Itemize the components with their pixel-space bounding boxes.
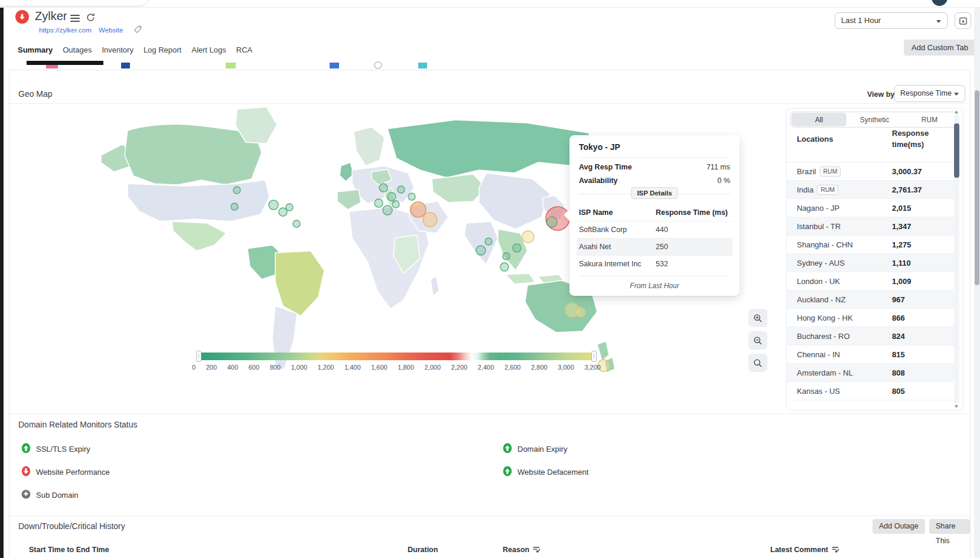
map-bubble-green[interactable] [476, 246, 486, 255]
isp-name: SoftBank Corp [579, 226, 656, 234]
column-label: Latest Comment [770, 543, 828, 557]
map-bubble-green[interactable] [383, 205, 392, 215]
page-scrollbar[interactable] [974, 8, 980, 558]
isp-response-time: 250 [656, 243, 730, 251]
map-bubble-green[interactable] [513, 244, 521, 252]
map-bubble-green[interactable] [392, 201, 399, 208]
tab-log-report[interactable]: Log Report [144, 45, 181, 57]
zoom-reset-icon[interactable] [748, 354, 767, 372]
page-scrollbar-thumb[interactable] [975, 90, 979, 285]
scrollbar-track[interactable] [954, 115, 959, 403]
location-row-kansas-us[interactable]: Kansas - US805 [787, 382, 956, 400]
refresh-icon[interactable] [86, 12, 96, 23]
location-row-nagano-jp[interactable]: Nagano - JP2,015 [787, 199, 956, 217]
location-row-chennai-in[interactable]: Chennai - IN815 [787, 345, 956, 364]
map-bubble-green[interactable] [546, 217, 557, 227]
legend-max-handle[interactable] [591, 351, 597, 362]
locations-filter-all[interactable]: All [792, 113, 846, 126]
legend-tick: 200 [206, 364, 217, 371]
location-row-auckland-nz[interactable]: Auckland - NZ967 [787, 291, 956, 309]
map-bubble-green[interactable] [279, 208, 287, 216]
map-bubble-green[interactable] [408, 193, 415, 200]
domain-monitor-sub-domain[interactable]: Sub Domain [21, 484, 110, 507]
history-title: Down/Trouble/Critical History [18, 521, 125, 531]
map-bubble-paleyellow[interactable] [576, 308, 585, 317]
history-column-latest-comment: Latest Comment [770, 543, 840, 557]
location-response-time: 815 [892, 350, 905, 359]
tooltip-stat-row: Avg Resp Time711 ms [579, 163, 730, 171]
browser-omnibox-fragment [0, 0, 149, 6]
domain-monitor-website-performance[interactable]: Website Performance [21, 461, 110, 484]
legend-min-handle[interactable] [196, 351, 201, 362]
chevron-down-icon [936, 20, 941, 23]
map-bubble-green[interactable] [231, 203, 238, 210]
map-bubble-green[interactable] [500, 263, 509, 271]
location-response-time: 866 [892, 314, 905, 322]
domain-monitor-label: Sub Domain [36, 491, 79, 500]
domain-monitor-website-defacement[interactable]: Website Defacement [503, 461, 588, 484]
add-outage-button[interactable]: Add Outage [872, 519, 925, 534]
isp-table-row: Sakura Internet Inc532 [577, 255, 732, 272]
copy-to-dashboard-button[interactable] [955, 12, 971, 29]
location-name: Brazil [797, 167, 816, 176]
tab-inventory[interactable]: Inventory [102, 45, 133, 57]
scroll-down-arrow[interactable] [955, 405, 958, 408]
tab-summary[interactable]: Summary [18, 45, 53, 57]
zoom-out-icon[interactable] [748, 331, 767, 350]
domain-monitor-ssl-tls-expiry[interactable]: SSL/TLS Expiry [21, 438, 110, 461]
scrollbar-thumb[interactable] [954, 123, 959, 178]
map-bubble-green[interactable] [293, 220, 300, 227]
view-by-select[interactable]: Response Time [894, 85, 965, 102]
location-response-time: 808 [892, 368, 905, 377]
locations-filter-synthetic[interactable]: Synthetic [847, 112, 902, 127]
status-up-icon [21, 443, 31, 455]
map-bubble-green[interactable] [233, 187, 240, 194]
domain-monitor-domain-expiry[interactable]: Domain Expiry [503, 438, 588, 461]
filter-icon[interactable] [532, 546, 541, 554]
time-range-select[interactable]: Last 1 Hour [835, 12, 948, 29]
map-zoom-controls [748, 309, 767, 372]
map-bubble-green[interactable] [379, 184, 388, 192]
map-bubble-green[interactable] [388, 192, 396, 201]
legend-tick: 0 [192, 364, 196, 371]
legend-ticks: 02004006008001,0001,2001,4001,6001,8002,… [192, 364, 601, 371]
map-bubble-green[interactable] [398, 186, 405, 193]
location-row-amsterdam-nl[interactable]: Amsterdam - NL808 [787, 364, 956, 382]
location-name: India [797, 185, 813, 194]
location-row-sydney-aus[interactable]: Sydney - AUS1,110 [787, 254, 956, 272]
status-up-icon [503, 443, 512, 455]
location-row-london-uk[interactable]: London - UK1,009 [787, 272, 956, 291]
location-row-shanghai-chn[interactable]: Shanghai - CHN1,275 [787, 236, 956, 254]
location-row-bucharest-ro[interactable]: Bucharest - RO824 [787, 327, 956, 345]
tab-alert-logs[interactable]: Alert Logs [191, 45, 226, 57]
map-bubble-paleorange[interactable] [423, 213, 437, 227]
add-custom-tab-button[interactable]: Add Custom Tab [904, 40, 976, 56]
scrolled-content-fragment [418, 63, 427, 68]
tag-icon[interactable] [134, 25, 142, 36]
menu-icon[interactable] [70, 15, 80, 24]
monitor-type-link[interactable]: Website [99, 27, 123, 34]
locations-filter-rum[interactable]: RUM [902, 112, 957, 127]
map-bubble-green[interactable] [375, 199, 383, 207]
filter-icon[interactable] [831, 546, 840, 554]
map-bubble-orange[interactable] [411, 202, 426, 217]
tab-rca[interactable]: RCA [236, 45, 252, 57]
location-response-time: 1,009 [892, 277, 911, 286]
location-name: Istanbul - TR [797, 222, 841, 231]
zoom-in-icon[interactable] [748, 309, 767, 327]
location-row-hong-kong-hk[interactable]: Hong Kong - HK866 [787, 309, 956, 327]
monitor-down-status-icon [15, 10, 29, 24]
tab-outages[interactable]: Outages [63, 45, 92, 57]
map-bubble-green[interactable] [503, 253, 510, 260]
map-bubble-paleyellow[interactable] [522, 231, 534, 243]
map-bubble-green[interactable] [269, 200, 278, 210]
map-bubble-green[interactable] [286, 204, 293, 211]
scroll-up-arrow[interactable] [955, 110, 958, 113]
legend-tick: 600 [249, 364, 259, 371]
location-row-istanbul-tr[interactable]: Istanbul - TR1,347 [787, 217, 956, 236]
share-this-button[interactable]: Share This [929, 519, 970, 534]
location-row-india[interactable]: IndiaRUM2,761.37 [787, 181, 956, 199]
map-bubble-green[interactable] [485, 238, 492, 245]
location-row-brazil[interactable]: BrazilRUM3,000.37 [787, 162, 956, 181]
monitor-url-link[interactable]: https://zylker.com [39, 27, 92, 34]
